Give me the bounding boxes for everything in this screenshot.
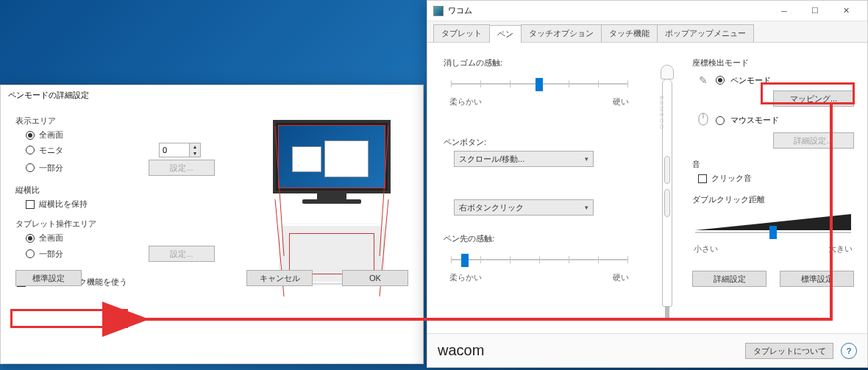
chevron-down-icon: ▾ xyxy=(585,204,588,211)
wacom-logo: wacom xyxy=(438,342,484,359)
radio-icon xyxy=(26,234,35,243)
mouse-icon xyxy=(697,113,710,128)
display-portion-settings-button: 設定... xyxy=(149,160,215,176)
combo-value: スクロール/移動... xyxy=(459,154,524,165)
tip-feel-label: ペン先の感触: xyxy=(444,233,635,244)
radio-label: マウスモード xyxy=(730,115,779,126)
radio-label: ペンモード xyxy=(730,75,771,86)
monitor-index-input[interactable] xyxy=(160,146,189,154)
radio-label: 一部分 xyxy=(39,163,63,174)
checkbox-label: クリック音 xyxy=(711,173,752,184)
checkbox-icon xyxy=(26,200,35,209)
minimize-button[interactable]: ─ xyxy=(769,1,800,21)
click-sound-checkbox[interactable]: クリック音 xyxy=(698,173,854,184)
tracking-mode-label: 座標検出モード xyxy=(692,57,854,68)
monitor-index-spinner[interactable]: ▲▼ xyxy=(159,143,201,157)
spinner-up-icon[interactable]: ▲ xyxy=(190,143,200,150)
maximize-button[interactable]: ☐ xyxy=(800,1,830,21)
app-icon xyxy=(433,6,444,16)
tab-popup-menu[interactable]: ポップアップメニュー xyxy=(657,24,754,42)
slider-soft-label: 柔らかい xyxy=(449,96,482,107)
tab-pen[interactable]: ペン xyxy=(489,25,522,43)
radio-label: モニタ xyxy=(39,145,63,156)
radio-icon xyxy=(26,146,35,154)
window-footer: wacom タブレットについて ? xyxy=(427,333,867,367)
default-button[interactable]: 標準設定 xyxy=(15,270,82,286)
tab-tablet[interactable]: タブレット xyxy=(433,24,490,42)
default-settings-button[interactable]: 標準設定 xyxy=(780,271,854,287)
radio-label: 全画面 xyxy=(39,129,63,140)
pen-panel: 消しゴムの感触: 柔らかい 硬い ペンボタン: スクロール/移動... ▾ 右ボ… xyxy=(427,43,867,344)
eraser-feel-label: 消しゴムの感触: xyxy=(444,57,635,68)
radio-icon xyxy=(26,249,35,258)
sound-label: 音 xyxy=(692,159,854,170)
cancel-button[interactable]: キャンセル xyxy=(246,270,313,286)
checkbox-label: 縦横比を保持 xyxy=(39,199,88,210)
tab-touch-option[interactable]: タッチオプション xyxy=(521,24,602,42)
wacom-properties-window: ワコム ─ ☐ ✕ タブレット ペン タッチオプション タッチ機能 ポップアップ… xyxy=(427,0,868,368)
ok-button[interactable]: OK xyxy=(342,270,408,286)
pen-upper-button-combo[interactable]: スクロール/移動... ▾ xyxy=(454,151,594,167)
slider-soft-label: 柔らかい xyxy=(449,272,482,283)
tab-touch-func[interactable]: タッチ機能 xyxy=(601,24,658,42)
spinner-down-icon[interactable]: ▼ xyxy=(190,150,200,157)
help-button[interactable]: ? xyxy=(841,343,857,359)
mapping-button[interactable]: マッピング... xyxy=(773,90,854,107)
pen-mode-radio[interactable]: ✎ ペンモード xyxy=(697,74,854,86)
tablet-portion-settings-button: 設定... xyxy=(149,246,215,262)
radio-icon xyxy=(716,76,725,85)
radio-label: 全画面 xyxy=(39,232,63,243)
combo-value: 右ボタンクリック xyxy=(459,202,524,213)
dcd-large-label: 大きい xyxy=(828,243,853,255)
mapping-preview xyxy=(266,120,398,283)
pen-icon: ✎ xyxy=(697,74,710,86)
detail-settings-button[interactable]: 詳細設定 xyxy=(692,271,766,287)
pen-buttons-label: ペンボタン: xyxy=(444,137,635,148)
slider-hard-label: 硬い xyxy=(613,272,629,283)
dialog-title: ペンモードの詳細設定 xyxy=(1,85,423,105)
window-title: ワコム xyxy=(448,5,472,16)
eraser-feel-slider[interactable] xyxy=(451,73,627,95)
slider-hard-label: 硬い xyxy=(613,96,629,107)
radio-icon xyxy=(716,116,725,125)
double-click-distance-label: ダブルクリック距離 xyxy=(692,194,854,205)
chevron-down-icon: ▾ xyxy=(585,155,588,163)
titlebar: ワコム ─ ☐ ✕ xyxy=(427,1,867,21)
double-click-distance-slider[interactable] xyxy=(695,211,851,242)
mouse-mode-radio[interactable]: マウスモード xyxy=(697,113,854,128)
pen-lower-button-combo[interactable]: 右ボタンクリック ▾ xyxy=(454,199,594,216)
tip-feel-slider[interactable] xyxy=(451,249,627,271)
radio-icon xyxy=(26,163,35,172)
tab-strip: タブレット ペン タッチオプション タッチ機能 ポップアップメニュー xyxy=(427,21,867,43)
dcd-small-label: 小さい xyxy=(694,243,718,255)
close-button[interactable]: ✕ xyxy=(830,1,861,21)
radio-label: 一部分 xyxy=(39,249,63,260)
mouse-detail-button: 詳細設定... xyxy=(773,132,854,149)
checkbox-icon xyxy=(698,174,707,183)
radio-icon xyxy=(26,131,35,140)
about-tablet-button[interactable]: タブレットについて xyxy=(745,343,833,359)
monitor-illustration xyxy=(273,120,391,193)
pen-illustration: BAMBOO xyxy=(648,53,685,332)
pen-mode-advanced-dialog: ペンモードの詳細設定 表示エリア 全画面 モニタ ▲▼ 一部分 設定... xyxy=(0,85,424,364)
